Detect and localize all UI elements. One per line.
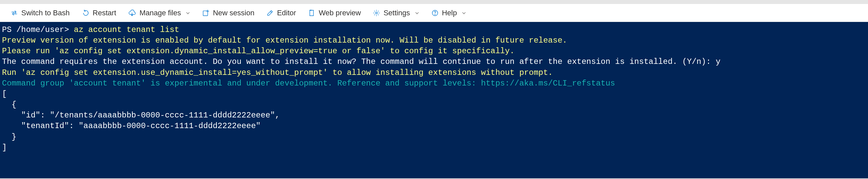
editor-icon	[267, 9, 274, 17]
editor-label: Editor	[277, 9, 296, 17]
help-label: Help	[442, 9, 457, 17]
terminal-line: Run 'az config set extension.use_dynamic…	[2, 68, 553, 77]
gear-icon	[373, 9, 380, 17]
manage-files-label: Manage files	[140, 9, 181, 17]
prompt-prefix: PS /home/user>	[2, 25, 74, 34]
help-icon	[431, 9, 439, 17]
manage-files-button[interactable]: Manage files	[122, 4, 196, 22]
switch-to-bash-button[interactable]: Switch to Bash	[5, 4, 76, 22]
terminal-line: Please run 'az config set extension.dyna…	[2, 47, 515, 56]
new-session-label: New session	[213, 9, 254, 17]
install-answer: y	[716, 57, 720, 66]
svg-point-1	[375, 12, 377, 14]
cloud-files-icon	[128, 9, 136, 17]
switch-to-bash-label: Switch to Bash	[21, 9, 70, 17]
svg-point-3	[435, 14, 435, 14]
terminal-line: The command requires the extension accou…	[2, 57, 716, 66]
web-preview-label: Web preview	[319, 9, 361, 17]
cloud-shell-toolbar: Switch to Bash Restart Manage files	[0, 4, 868, 22]
new-session-button[interactable]: New session	[196, 4, 260, 22]
svg-rect-0	[203, 11, 208, 16]
settings-button[interactable]: Settings	[367, 4, 425, 22]
restart-button[interactable]: Restart	[76, 4, 122, 22]
settings-label: Settings	[383, 9, 410, 17]
chevron-down-icon	[462, 11, 466, 15]
terminal-output[interactable]: PS /home/user> az account tenant list Pr…	[0, 22, 868, 178]
web-preview-button[interactable]: Web preview	[302, 4, 367, 22]
terminal-line: Command group 'account tenant' is experi…	[2, 79, 615, 88]
help-button[interactable]: Help	[425, 4, 472, 22]
window-top-strip	[0, 0, 868, 4]
chevron-down-icon	[186, 11, 190, 15]
prompt-command: az account tenant list	[74, 25, 179, 34]
terminal-json-output: [ { "id": "/tenants/aaaabbbb-0000-cccc-1…	[2, 90, 280, 152]
restart-label: Restart	[93, 9, 116, 17]
terminal-line: Preview version of extension is enabled …	[2, 36, 567, 45]
editor-button[interactable]: Editor	[260, 4, 302, 22]
web-preview-icon	[308, 9, 315, 17]
chevron-down-icon	[415, 11, 420, 15]
swap-icon	[11, 9, 18, 17]
new-session-icon	[202, 9, 210, 17]
restart-icon	[82, 9, 89, 17]
